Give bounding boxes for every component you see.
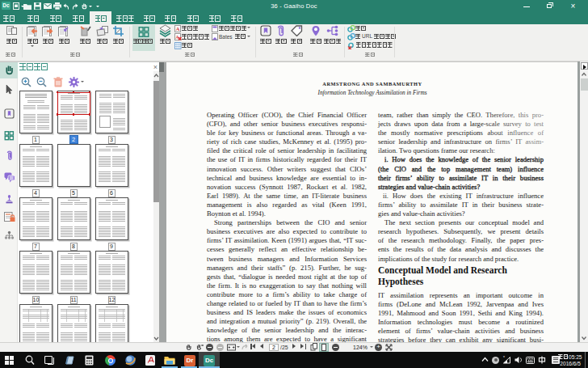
svg-text:A: A — [175, 34, 179, 39]
svg-text:A: A — [175, 26, 179, 32]
svg-text:*: * — [503, 356, 505, 360]
